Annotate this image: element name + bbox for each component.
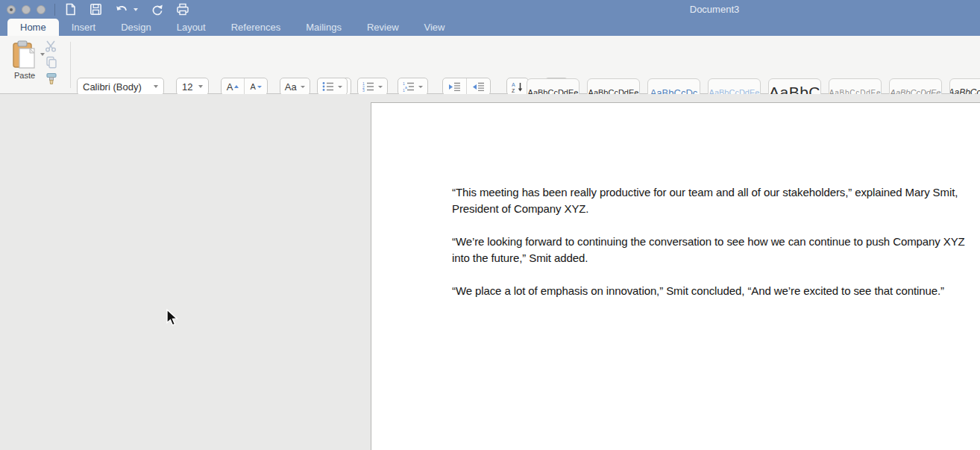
tab-layout[interactable]: Layout bbox=[164, 19, 219, 36]
numbered-list-button[interactable]: 123 bbox=[357, 78, 388, 96]
change-case-caret bbox=[301, 86, 305, 88]
grow-font-glyph: A bbox=[227, 81, 233, 93]
font-name-caret bbox=[154, 85, 158, 88]
font-size-stepper: A A bbox=[221, 78, 268, 96]
paste-clipboard-icon bbox=[10, 40, 40, 69]
bullet-list-icon bbox=[322, 81, 334, 92]
tab-home[interactable]: Home bbox=[7, 19, 59, 36]
grow-font-button[interactable]: A bbox=[222, 78, 245, 95]
sort-a-glyph: A bbox=[512, 82, 515, 87]
increase-indent-icon bbox=[472, 82, 485, 92]
save-icon bbox=[89, 3, 102, 16]
tab-mailings[interactable]: Mailings bbox=[293, 19, 354, 36]
shrink-font-button[interactable]: A bbox=[245, 78, 266, 95]
paste-label: Paste bbox=[6, 71, 43, 80]
decrease-indent-icon bbox=[448, 82, 461, 92]
bullet-list-caret[interactable] bbox=[338, 86, 342, 88]
decrease-indent-button[interactable] bbox=[443, 78, 467, 95]
sort-button[interactable]: AZ bbox=[506, 78, 529, 96]
paste-button[interactable]: Paste bbox=[6, 40, 43, 80]
format-painter-icon[interactable] bbox=[45, 72, 58, 85]
numbered-list-icon: 123 bbox=[362, 81, 374, 92]
increase-indent-button[interactable] bbox=[467, 78, 490, 95]
ribbon-tab-bar: Home Insert Design Layout References Mai… bbox=[0, 19, 980, 36]
change-case-button[interactable]: Aa bbox=[280, 78, 310, 96]
font-size-caret bbox=[198, 85, 203, 88]
sort-z-glyph: Z bbox=[512, 87, 515, 93]
copy-icon[interactable] bbox=[45, 56, 57, 69]
title-bar: Document3 bbox=[0, 0, 980, 19]
shrink-font-glyph: A bbox=[250, 82, 255, 91]
font-size-value: 12 bbox=[182, 81, 192, 93]
titlebar-divider bbox=[54, 4, 55, 16]
bullet-list-button[interactable] bbox=[317, 78, 348, 96]
tab-insert[interactable]: Insert bbox=[59, 19, 109, 36]
svg-text:a: a bbox=[405, 85, 407, 90]
window-title: Document3 bbox=[670, 4, 759, 15]
document-text[interactable]: “This meeting has been really productive… bbox=[452, 184, 967, 316]
unsaved-dot-icon bbox=[10, 8, 13, 11]
zoom-button[interactable] bbox=[37, 5, 45, 14]
paragraph-3[interactable]: “We place a lot of emphasis on innovatio… bbox=[452, 283, 967, 299]
sort-icon: AZ bbox=[512, 81, 524, 93]
numbered-list-caret[interactable] bbox=[378, 86, 383, 88]
new-document-icon bbox=[64, 3, 77, 16]
minimize-button[interactable] bbox=[22, 5, 31, 14]
font-name-select[interactable]: Calibri (Body) bbox=[77, 78, 164, 96]
svg-text:1: 1 bbox=[403, 88, 405, 92]
tab-references[interactable]: References bbox=[219, 19, 293, 36]
paragraph-2[interactable]: “We’re looking forward to continuing the… bbox=[452, 234, 967, 266]
print-button[interactable] bbox=[176, 3, 189, 16]
svg-text:3: 3 bbox=[362, 88, 365, 92]
ribbon-home: Paste Calibri (Body) 12 A A Aa A B I bbox=[0, 36, 980, 94]
new-document-button[interactable] bbox=[64, 3, 77, 16]
tab-review[interactable]: Review bbox=[354, 19, 412, 36]
group-divider bbox=[70, 42, 71, 88]
shrink-arrow-icon bbox=[257, 86, 262, 88]
close-button[interactable] bbox=[7, 5, 16, 14]
save-button[interactable] bbox=[89, 3, 102, 16]
paragraph-1[interactable]: “This meeting has been really productive… bbox=[452, 184, 967, 217]
change-case-glyph: Aa bbox=[285, 81, 297, 93]
print-icon bbox=[176, 3, 189, 16]
multilevel-list-icon: 1a1 bbox=[403, 81, 415, 92]
font-size-select[interactable]: 12 bbox=[176, 78, 209, 96]
redo-button[interactable] bbox=[151, 3, 163, 16]
tab-view[interactable]: View bbox=[412, 19, 458, 36]
redo-icon bbox=[151, 3, 163, 16]
quick-access-toolbar bbox=[64, 3, 189, 16]
grow-arrow-icon bbox=[234, 85, 239, 88]
undo-icon bbox=[115, 4, 130, 16]
document-canvas: “This meeting has been really productive… bbox=[0, 94, 980, 450]
window-controls bbox=[7, 5, 45, 14]
tab-design[interactable]: Design bbox=[108, 19, 163, 36]
clipboard-mini-buttons bbox=[45, 40, 58, 85]
multilevel-list-button[interactable]: 1a1 bbox=[398, 78, 428, 96]
document-page[interactable]: “This meeting has been really productive… bbox=[371, 102, 980, 450]
font-name-value: Calibri (Body) bbox=[83, 81, 142, 93]
indent-segment bbox=[442, 78, 491, 96]
multilevel-list-caret[interactable] bbox=[418, 86, 423, 88]
undo-button[interactable] bbox=[115, 4, 138, 16]
undo-dropdown-caret[interactable] bbox=[134, 8, 138, 11]
font-group-row1: Calibri (Body) 12 A A Aa A bbox=[77, 78, 351, 96]
cut-icon[interactable] bbox=[45, 40, 58, 52]
